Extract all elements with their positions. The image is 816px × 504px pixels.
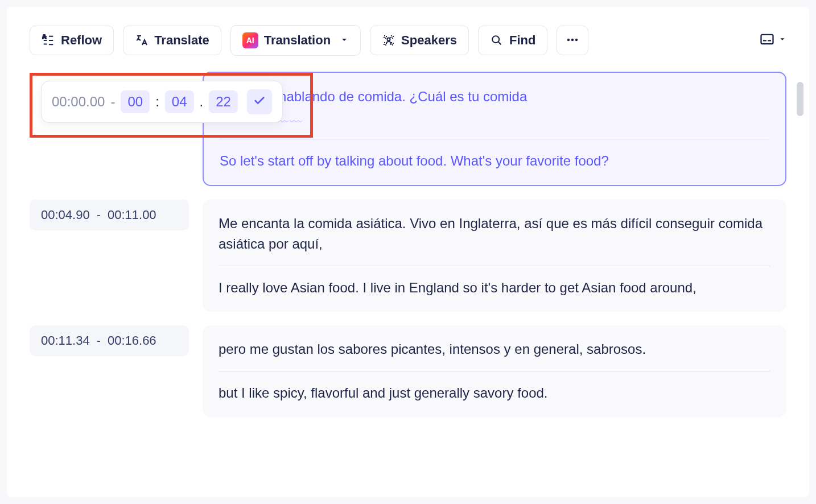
- translation-text[interactable]: I really love Asian food. I live in Engl…: [219, 278, 770, 298]
- reflow-icon: A: [42, 34, 55, 47]
- dash: -: [110, 94, 115, 110]
- ellipsis-icon: [566, 33, 579, 48]
- more-button[interactable]: [557, 26, 588, 55]
- time-editor-end-sec[interactable]: 04: [165, 90, 194, 113]
- transcript-segment[interactable]: Me encanta la comida asiática. Vivo en I…: [203, 200, 786, 312]
- colon: :: [155, 94, 159, 110]
- segment-divider: [219, 266, 770, 266]
- check-icon: [253, 94, 266, 109]
- search-icon: [490, 34, 504, 47]
- translate-icon: [135, 34, 149, 47]
- speakers-label: Speakers: [401, 33, 457, 48]
- timestamp-start: 00:04.90: [41, 208, 90, 222]
- time-editor-start: 00:00.00: [52, 94, 105, 110]
- translation-text[interactable]: but I like spicy, flavorful and just gen…: [219, 383, 770, 403]
- translate-label: Translate: [154, 33, 209, 48]
- timestamp-start: 00:11.34: [41, 333, 90, 348]
- toolbar: A Reflow Translate AI Translation: [30, 25, 786, 56]
- translation-dropdown[interactable]: AI Translation: [230, 25, 361, 56]
- segment-divider: [220, 139, 769, 139]
- transcript-editor-panel: A Reflow Translate AI Translation: [7, 7, 809, 497]
- find-label: Find: [509, 33, 535, 48]
- timestamp-pill[interactable]: 00:04.90 - 00:11.00: [30, 200, 189, 230]
- translation-text[interactable]: So let's start off by talking about food…: [220, 151, 769, 171]
- reflow-button[interactable]: A Reflow: [30, 26, 114, 55]
- svg-point-5: [575, 38, 578, 40]
- transcript-segment[interactable]: pero me gustan los sabores picantes, int…: [203, 325, 786, 417]
- svg-point-1: [388, 38, 390, 41]
- transcript-row: 00:04.90 - 00:11.00 Me encanta la comida…: [30, 200, 786, 312]
- timestamp-end: 00:11.00: [108, 208, 156, 222]
- svg-text:A: A: [42, 34, 47, 40]
- dash: -: [97, 208, 101, 222]
- dot: .: [200, 94, 204, 110]
- translate-button[interactable]: Translate: [123, 26, 221, 55]
- time-editor-end-frac[interactable]: 22: [209, 90, 238, 113]
- transcript-row: 00:11.34 - 00:16.66 pero me gustan los s…: [30, 325, 786, 417]
- speakers-icon: [382, 34, 395, 47]
- scrollbar-thumb[interactable]: [797, 82, 803, 116]
- source-text[interactable]: Me encanta la comida asiática. Vivo en I…: [219, 213, 770, 254]
- find-button[interactable]: Find: [478, 26, 547, 55]
- translation-label: Translation: [264, 33, 331, 48]
- time-editor-end-min[interactable]: 00: [121, 90, 150, 113]
- svg-point-4: [571, 38, 574, 40]
- svg-point-2: [492, 36, 499, 43]
- source-text[interactable]: pecemos hablando de comida. ¿Cuál es tu …: [220, 86, 769, 127]
- ai-icon: AI: [242, 32, 258, 48]
- chevron-down-icon: [340, 33, 349, 48]
- subtitle-view-icon: [759, 31, 775, 49]
- time-editor-popover: 00:00.00 - 00 : 04 . 22: [41, 81, 283, 123]
- reflow-label: Reflow: [61, 33, 102, 48]
- svg-rect-6: [761, 35, 773, 44]
- display-mode-dropdown[interactable]: [759, 31, 786, 49]
- svg-point-3: [567, 38, 570, 40]
- timestamp-end: 00:16.66: [108, 333, 156, 348]
- dash: -: [97, 333, 101, 348]
- segment-divider: [219, 371, 770, 371]
- source-text[interactable]: pero me gustan los sabores picantes, int…: [219, 339, 770, 360]
- time-editor-confirm-button[interactable]: [247, 89, 272, 114]
- chevron-down-icon: [778, 35, 786, 46]
- transcript-segment-active[interactable]: pecemos hablando de comida. ¿Cuál es tu …: [203, 72, 786, 186]
- timestamp-pill[interactable]: 00:11.34 - 00:16.66: [30, 325, 189, 356]
- speakers-button[interactable]: Speakers: [370, 26, 469, 55]
